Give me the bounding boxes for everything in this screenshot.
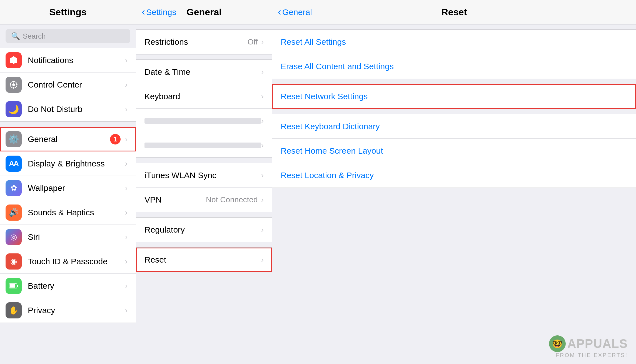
- watermark-subtitle: FROM THE EXPERTS!: [556, 352, 628, 358]
- svg-rect-7: [10, 84, 11, 85]
- sidebar-item-privacy[interactable]: ✋ Privacy ›: [0, 298, 136, 323]
- middle-item-blurred-2[interactable]: ›: [136, 133, 272, 158]
- sidebar-item-siri[interactable]: ◎ Siri ›: [0, 225, 136, 249]
- touch-id-chevron: ›: [125, 257, 128, 266]
- right-back-chevron: ‹: [278, 7, 281, 17]
- middle-item-restrictions[interactable]: Restrictions Off ›: [136, 30, 272, 54]
- blurred-label-2: [144, 143, 261, 148]
- right-group-1: Reset All Settings Erase All Content and…: [272, 29, 636, 79]
- watermark: 🤓 APPUALS FROM THE EXPERTS!: [549, 335, 628, 358]
- reset-home-screen-label: Reset Home Screen Layout: [281, 146, 628, 156]
- vpn-value: Not Connected: [206, 195, 258, 204]
- right-panel: ‹ General Reset Reset All Settings Erase…: [272, 0, 636, 364]
- battery-chevron: ›: [125, 281, 128, 290]
- display-brightness-label: Display & Brightness: [28, 159, 125, 168]
- svg-point-2: [13, 63, 14, 64]
- search-bar[interactable]: 🔍 Search: [6, 29, 130, 43]
- sidebar-item-general[interactable]: ⚙️ General 1 ›: [0, 127, 136, 151]
- middle-back-button[interactable]: ‹ Settings: [142, 8, 176, 17]
- middle-item-itunes[interactable]: iTunes WLAN Sync ›: [136, 163, 272, 188]
- middle-group-3: iTunes WLAN Sync › VPN Not Connected ›: [136, 163, 272, 212]
- notifications-label: Notifications: [28, 56, 125, 65]
- blurred-chevron-2: ›: [261, 141, 264, 150]
- middle-item-keyboard[interactable]: Keyboard ›: [136, 84, 272, 109]
- middle-item-blurred-1[interactable]: ›: [136, 109, 272, 133]
- middle-group-5: Reset ›: [136, 247, 272, 272]
- sidebar-item-notifications[interactable]: Notifications ›: [0, 48, 136, 73]
- right-group-3: Reset Keyboard Dictionary Reset Home Scr…: [272, 114, 636, 188]
- control-center-chevron: ›: [125, 80, 128, 89]
- sidebar-item-touch-id[interactable]: ◉ Touch ID & Passcode ›: [0, 249, 136, 274]
- right-item-reset-network[interactable]: Reset Network Settings: [272, 84, 636, 109]
- reset-label: Reset: [144, 255, 261, 265]
- reset-network-label: Reset Network Settings: [281, 92, 628, 101]
- touch-id-icon: ◉: [6, 253, 22, 270]
- keyboard-label: Keyboard: [144, 92, 261, 101]
- middle-item-reset[interactable]: Reset ›: [136, 248, 272, 272]
- svg-marker-1: [11, 56, 16, 58]
- svg-rect-5: [13, 81, 14, 83]
- right-item-reset-home-screen[interactable]: Reset Home Screen Layout: [272, 139, 636, 163]
- siri-chevron: ›: [125, 233, 128, 241]
- right-item-reset-location[interactable]: Reset Location & Privacy: [272, 163, 636, 188]
- siri-label: Siri: [28, 232, 125, 242]
- privacy-icon: ✋: [6, 302, 22, 318]
- control-center-icon: [6, 77, 22, 93]
- privacy-chevron: ›: [125, 306, 128, 315]
- sidebar-item-control-center[interactable]: Control Center ›: [0, 73, 136, 97]
- reset-chevron: ›: [261, 255, 264, 264]
- middle-group-1: Restrictions Off ›: [136, 29, 272, 54]
- sidebar-item-battery[interactable]: Battery ›: [0, 274, 136, 298]
- right-panel-title: Reset: [441, 7, 467, 18]
- vpn-chevron: ›: [261, 195, 264, 204]
- general-icon: ⚙️: [6, 131, 22, 147]
- general-badge: 1: [110, 134, 121, 144]
- right-item-erase-all[interactable]: Erase All Content and Settings: [272, 54, 636, 79]
- control-center-label: Control Center: [28, 80, 125, 89]
- right-back-button[interactable]: ‹ General: [278, 8, 312, 17]
- left-scroll-area: Notifications › Control: [0, 48, 136, 364]
- right-back-label: General: [282, 8, 312, 17]
- middle-group-2: Date & Time › Keyboard › › ›: [136, 59, 272, 158]
- middle-panel-title: General: [186, 7, 222, 18]
- blurred-label-1: [144, 118, 261, 124]
- sounds-haptics-label: Sounds & Haptics: [28, 208, 125, 217]
- right-item-reset-keyboard[interactable]: Reset Keyboard Dictionary: [272, 114, 636, 139]
- vpn-label: VPN: [144, 195, 206, 205]
- right-scroll-area: Reset All Settings Erase All Content and…: [272, 24, 636, 364]
- right-item-reset-all[interactable]: Reset All Settings: [272, 30, 636, 54]
- svg-rect-8: [16, 84, 18, 85]
- itunes-chevron: ›: [261, 171, 264, 180]
- right-nav-bar: ‹ General Reset: [272, 0, 636, 24]
- middle-group-4: Regulatory ›: [136, 217, 272, 242]
- siri-icon: ◎: [6, 229, 22, 245]
- reset-location-label: Reset Location & Privacy: [281, 171, 628, 180]
- touch-id-label: Touch ID & Passcode: [28, 257, 125, 266]
- general-label: General: [28, 134, 110, 144]
- middle-scroll-area: Restrictions Off › Date & Time › Keyboar…: [136, 24, 272, 364]
- date-time-chevron: ›: [261, 68, 264, 76]
- reset-keyboard-label: Reset Keyboard Dictionary: [281, 122, 628, 131]
- do-not-disturb-icon: 🌙: [6, 101, 22, 117]
- erase-all-label: Erase All Content and Settings: [281, 62, 628, 71]
- sidebar-item-wallpaper[interactable]: ✿ Wallpaper ›: [0, 176, 136, 200]
- left-group-1: Notifications › Control: [0, 48, 136, 122]
- restrictions-value: Off: [248, 38, 258, 46]
- restrictions-label: Restrictions: [144, 37, 248, 47]
- left-nav-bar: Settings: [0, 0, 136, 24]
- right-group-2: Reset Network Settings: [272, 84, 636, 109]
- wallpaper-icon: ✿: [6, 180, 22, 196]
- reset-all-label: Reset All Settings: [281, 37, 628, 47]
- watermark-avatar: 🤓: [549, 335, 566, 352]
- regulatory-chevron: ›: [261, 225, 264, 234]
- display-brightness-icon: AA: [6, 156, 22, 172]
- sidebar-item-sounds-haptics[interactable]: 🔊 Sounds & Haptics ›: [0, 200, 136, 225]
- sidebar-item-display-brightness[interactable]: AA Display & Brightness ›: [0, 151, 136, 176]
- middle-item-vpn[interactable]: VPN Not Connected ›: [136, 188, 272, 212]
- sounds-haptics-icon: 🔊: [6, 205, 22, 221]
- svg-rect-6: [13, 87, 14, 89]
- sidebar-item-do-not-disturb[interactable]: 🌙 Do Not Disturb ›: [0, 97, 136, 121]
- middle-item-regulatory[interactable]: Regulatory ›: [136, 218, 272, 242]
- middle-item-date-time[interactable]: Date & Time ›: [136, 60, 272, 84]
- keyboard-chevron: ›: [261, 92, 264, 101]
